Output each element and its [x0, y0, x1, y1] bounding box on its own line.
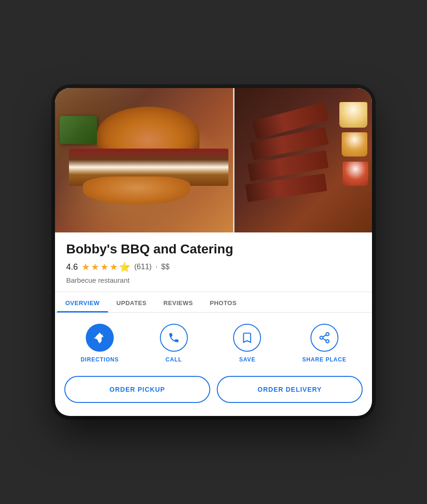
price-range: · — [155, 263, 157, 271]
directions-icon — [94, 332, 106, 344]
share-action[interactable]: SHARE PLACE — [302, 324, 346, 363]
directions-action[interactable]: DIRECTIONS — [81, 324, 119, 363]
star-3: ★ — [100, 261, 109, 272]
call-circle — [160, 324, 188, 352]
tab-reviews[interactable]: REVIEWS — [155, 292, 201, 312]
restaurant-name: Bobby's BBQ and Catering — [66, 242, 361, 257]
save-circle — [233, 324, 261, 352]
bbq-image — [233, 88, 372, 232]
category: Barbecue restaurant — [66, 276, 361, 284]
tabs-row: OVERVIEW UPDATES REVIEWS PHOTOS — [55, 292, 372, 313]
directions-label: DIRECTIONS — [81, 356, 119, 363]
tab-photos[interactable]: PHOTOS — [201, 292, 245, 312]
directions-circle — [86, 324, 114, 352]
svg-point-3 — [326, 340, 329, 343]
price-range-value: $$ — [161, 263, 170, 271]
images-section — [55, 88, 372, 232]
stars: ★ ★ ★ ★ ⭐ — [82, 261, 131, 272]
order-pickup-button[interactable]: ORDER PICKUP — [64, 376, 210, 403]
call-label: CALL — [165, 356, 182, 363]
info-section: Bobby's BBQ and Catering 4.6 ★ ★ ★ ★ ⭐ (… — [55, 232, 372, 284]
order-delivery-button[interactable]: ORDER DELIVERY — [217, 376, 363, 403]
actions-row: DIRECTIONS CALL SAVE — [55, 313, 372, 370]
restaurant-card: Bobby's BBQ and Catering 4.6 ★ ★ ★ ★ ⭐ (… — [55, 88, 372, 416]
rating-number: 4.6 — [66, 262, 78, 272]
star-2: ★ — [91, 261, 99, 272]
star-1: ★ — [82, 261, 90, 272]
save-label: SAVE — [239, 356, 255, 363]
tab-updates[interactable]: UPDATES — [108, 292, 155, 312]
review-count: (611) — [134, 263, 152, 271]
call-action[interactable]: CALL — [155, 324, 193, 363]
star-4: ★ — [110, 261, 118, 272]
share-icon — [318, 332, 331, 344]
star-5: ⭐ — [119, 261, 131, 272]
svg-point-2 — [320, 336, 323, 340]
svg-line-4 — [323, 339, 326, 341]
burger-image — [55, 88, 233, 232]
share-label: SHARE PLACE — [302, 356, 346, 363]
bookmark-icon — [241, 332, 253, 344]
share-circle — [310, 324, 338, 352]
save-action[interactable]: SAVE — [228, 324, 266, 363]
phone-icon — [168, 332, 180, 344]
rating-row: 4.6 ★ ★ ★ ★ ⭐ (611) · $$ — [66, 261, 361, 272]
svg-line-5 — [323, 335, 326, 337]
order-buttons: ORDER PICKUP ORDER DELIVERY — [55, 370, 372, 416]
svg-point-1 — [326, 333, 329, 336]
tab-overview[interactable]: OVERVIEW — [57, 292, 108, 312]
